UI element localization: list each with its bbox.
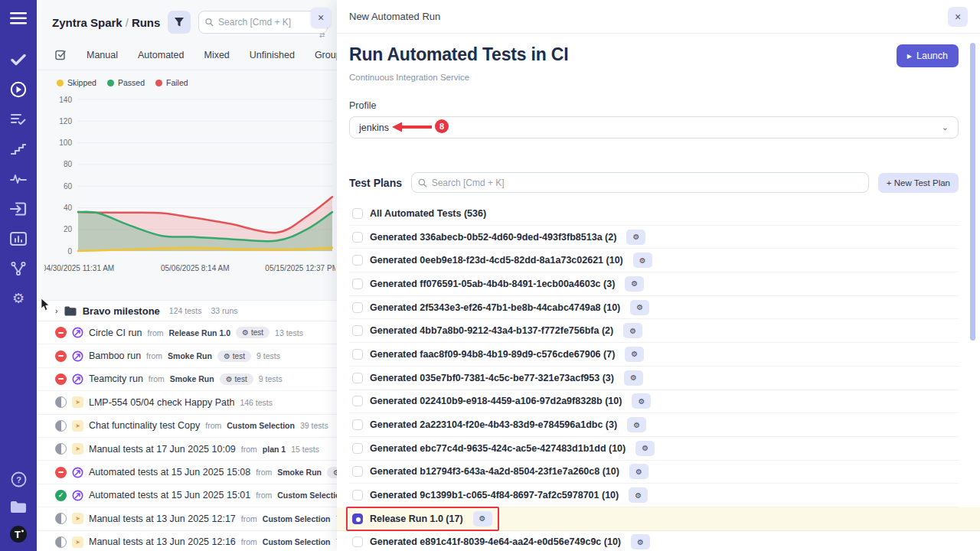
plan-settings-button[interactable]: ⚙ — [625, 347, 644, 362]
help-icon[interactable]: ? — [9, 470, 28, 488]
chevron-right-icon[interactable]: › — [55, 306, 58, 315]
list-check-icon[interactable] — [9, 110, 28, 129]
run-row[interactable]: Automated tests at 15 Jun 2025 15:08from… — [37, 461, 337, 484]
plan-checkbox[interactable] — [352, 208, 363, 219]
sidebar-nav: ⚙ — [9, 51, 28, 308]
test-plan-row[interactable]: Generated 035e7bf0-7381-4c5c-be77-321e73… — [349, 367, 959, 390]
bar-chart-icon[interactable] — [9, 230, 28, 248]
run-name: Teamcity run — [89, 373, 143, 384]
run-name: Automated tests at 15 Jun 2025 15:08 — [89, 467, 250, 478]
folder-icon[interactable] — [9, 497, 28, 516]
test-plans-search-input[interactable] — [432, 178, 862, 188]
check-icon[interactable] — [9, 51, 28, 69]
filter-button[interactable] — [168, 11, 191, 34]
plan-settings-button[interactable]: ⚙ — [626, 230, 645, 245]
test-badge[interactable]: ⚙test — [327, 467, 337, 478]
test-badge-label: test — [233, 352, 245, 360]
test-plan-row[interactable]: Generated ff076591-05ab-4b4b-8491-1ecb00… — [349, 272, 959, 296]
tab-automated[interactable]: Automated — [138, 50, 184, 60]
launch-button[interactable]: ▶ Launch — [897, 44, 959, 67]
plan-checkbox[interactable] — [352, 536, 363, 547]
plan-checkbox[interactable] — [352, 232, 363, 243]
steps-icon[interactable] — [9, 140, 28, 158]
run-row[interactable]: ✓Automated tests at 15 Jun 2025 15:01fro… — [37, 484, 337, 507]
plan-settings-button[interactable]: ⚙ — [633, 253, 652, 268]
plan-settings-button[interactable]: ⚙ — [635, 441, 655, 456]
plan-settings-button[interactable]: ⚙ — [627, 417, 646, 432]
run-tests-count: 146 tests — [240, 398, 273, 407]
run-row[interactable]: Teamcity runfromSmoke Run⚙test9 tests — [37, 368, 337, 391]
pulse-icon[interactable] — [9, 170, 28, 188]
run-row[interactable]: ➤Manual tests at 17 Jun 2025 10:09frompl… — [37, 438, 337, 461]
plan-settings-button[interactable]: ⚙ — [623, 323, 642, 338]
hamburger-icon[interactable] — [9, 9, 28, 28]
test-badge[interactable]: ⚙test — [217, 350, 251, 362]
run-row[interactable]: Bamboo runfromSmoke Run⚙test9 tests — [37, 344, 337, 367]
plan-label: Generated 2f5343e3-ef26-47b1-be8b-44cabc… — [370, 302, 620, 313]
plan-settings-button[interactable]: ⚙ — [629, 464, 648, 479]
test-plan-row[interactable]: Generated 336abecb-0b52-4d60-9ded-493f3f… — [349, 226, 959, 249]
plan-checkbox[interactable] — [352, 279, 363, 289]
plan-settings-button[interactable]: ⚙ — [625, 276, 644, 292]
test-plan-row[interactable]: Generated e891c41f-8039-4e64-aa24-e0d56e… — [349, 531, 959, 551]
plan-checkbox[interactable] — [352, 490, 363, 500]
play-circle-icon[interactable] — [9, 80, 28, 99]
test-badge[interactable]: ⚙test — [236, 327, 270, 338]
sign-in-icon[interactable] — [9, 200, 28, 218]
expand-icon[interactable]: ⇄ — [319, 31, 325, 39]
plan-settings-button[interactable]: ⚙ — [624, 370, 643, 386]
tab-manual[interactable]: Manual — [87, 50, 118, 60]
drawer-close-button[interactable]: × — [311, 8, 331, 28]
test-plan-row[interactable]: Generated 2f5343e3-ef26-47b1-be8b-44cabc… — [349, 296, 959, 320]
plan-settings-button[interactable]: ⚙ — [631, 534, 650, 549]
branch-icon[interactable] — [9, 259, 28, 278]
test-plan-row[interactable]: Generated b12794f3-643a-4a2d-8504-23f1e7… — [349, 461, 959, 484]
test-plan-row[interactable]: Generated 9c1399b1-c065-4f84-8697-7af2c5… — [349, 484, 959, 507]
plan-checkbox[interactable] — [352, 302, 363, 313]
tab-unfinished[interactable]: Unfinished — [250, 50, 295, 60]
new-test-plan-button[interactable]: + New Test Plan — [878, 173, 959, 193]
test-plan-row[interactable]: Generated faac8f09-94b8-4b19-89d9-c576cd… — [349, 343, 959, 367]
test-plan-row[interactable]: Release Run 1.0 (17)⚙ — [337, 507, 980, 531]
test-badge[interactable]: ⚙test — [220, 373, 253, 385]
test-plan-row[interactable]: Generated 022410b9-e918-4459-a106-97d2a9… — [349, 390, 959, 414]
plan-checkbox[interactable] — [352, 514, 363, 524]
plan-settings-button[interactable]: ⚙ — [632, 393, 651, 409]
tab-groups[interactable]: Groups — [315, 50, 337, 60]
scrollbar-thumb[interactable] — [970, 43, 975, 341]
milestone-row[interactable]: › Bravo milestone 124 tests 33 runs — [37, 300, 337, 321]
run-row[interactable]: ➤LMP-554 05/04 check Happy Path146 tests — [37, 391, 337, 414]
plan-label: All Automated Tests (536) — [370, 208, 486, 219]
plan-settings-button[interactable]: ⚙ — [629, 487, 648, 503]
select-all-icon[interactable] — [55, 49, 67, 60]
tab-mixed[interactable]: Mixed — [204, 50, 229, 60]
plan-checkbox[interactable] — [352, 325, 363, 336]
plan-settings-button[interactable]: ⚙ — [630, 300, 649, 315]
test-plan-row[interactable]: Generated 2a223104-f20e-4b43-83d9-e78459… — [349, 413, 959, 437]
plan-checkbox[interactable] — [352, 396, 363, 406]
run-from-label: from — [149, 374, 165, 383]
plan-checkbox[interactable] — [352, 373, 363, 383]
gear-icon[interactable]: ⚙ — [9, 289, 28, 308]
plan-checkbox[interactable] — [352, 349, 363, 360]
plan-settings-button[interactable]: ⚙ — [473, 511, 492, 527]
run-row[interactable]: ➤Manual tests at 13 Jun 2025 12:17fromCu… — [37, 507, 337, 530]
close-icon[interactable]: × — [948, 7, 968, 27]
plan-checkbox[interactable] — [352, 419, 363, 430]
profile-select[interactable]: jenkins ⌄ — [349, 116, 959, 139]
run-row[interactable]: Circle CI runfromRelease Run 1.0⚙test13 … — [37, 321, 337, 344]
new-automated-run-drawer: New Automated Run × Run Automated Tests … — [337, 0, 980, 551]
test-plan-row[interactable]: Generated ebc77c4d-9635-424c-ac5e-427483… — [349, 437, 959, 461]
runs-search-input[interactable] — [218, 17, 321, 28]
test-plan-row[interactable]: All Automated Tests (536) — [349, 202, 959, 226]
failed-status-icon — [55, 327, 67, 338]
project-name[interactable]: Zyntra Spark — [52, 16, 122, 29]
run-row[interactable]: ➤Chat functinality test CopyfromCustom S… — [37, 415, 337, 438]
test-plan-row[interactable]: Generated 4bb7a8b0-9212-43a4-b137-f772fe… — [349, 319, 959, 343]
logo[interactable]: T — [9, 525, 28, 543]
run-row[interactable]: ➤Manual tests at 13 Jun 2025 12:16fromCu… — [37, 531, 337, 551]
test-plan-row[interactable]: Generated 0eeb9e18-f23d-4cd5-82dd-8a1a73… — [349, 249, 959, 272]
plan-checkbox[interactable] — [352, 466, 363, 477]
plan-checkbox[interactable] — [352, 443, 363, 454]
plan-checkbox[interactable] — [352, 255, 363, 266]
